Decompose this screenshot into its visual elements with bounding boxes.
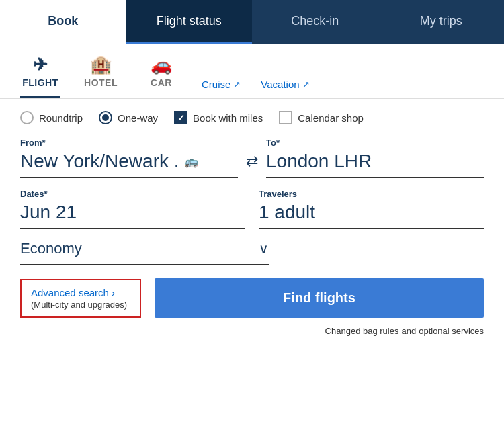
category-tab-hotel-label: HOTEL xyxy=(84,77,118,88)
category-tab-car[interactable]: 🚗 CAR xyxy=(141,56,181,98)
advanced-search-sublabel: (Multi-city and upgrades) xyxy=(31,300,130,310)
calendar-option[interactable]: Calendar shop xyxy=(279,111,364,124)
bottom-row: Advanced search › (Multi-city and upgrad… xyxy=(0,265,504,318)
to-input[interactable]: London LHR xyxy=(266,151,484,178)
roundtrip-label: Roundtrip xyxy=(39,112,83,124)
footer-links: Changed bag rules and optional services xyxy=(0,318,504,343)
travelers-group: Travelers 1 adult xyxy=(259,189,484,229)
advanced-search-box[interactable]: Advanced search › (Multi-city and upgrad… xyxy=(20,279,141,318)
dates-group: Dates* Jun 21 xyxy=(20,189,245,229)
from-input[interactable]: New York/Newark .🚌 xyxy=(20,151,238,178)
nav-tab-flight-status[interactable]: Flight status xyxy=(126,0,253,44)
from-field-group: From* New York/Newark .🚌 xyxy=(20,138,238,178)
to-value: London LHR xyxy=(266,151,372,172)
optional-services-link[interactable]: optional services xyxy=(419,326,484,336)
advanced-search-label: Advanced search xyxy=(31,287,109,298)
checkmark-icon: ✓ xyxy=(177,113,185,123)
from-label: From* xyxy=(20,138,238,148)
nav-tab-check-in[interactable]: Check-in xyxy=(252,0,378,44)
from-value: New York/Newark . xyxy=(20,151,179,172)
category-tab-vacation[interactable]: Vacation ↗ xyxy=(261,79,309,98)
calendar-checkbox[interactable] xyxy=(279,111,292,124)
swap-button[interactable]: ⇄ xyxy=(238,153,266,178)
cabin-select[interactable]: Economy ∨ xyxy=(20,240,269,265)
to-label: To* xyxy=(266,138,484,148)
dates-travelers: Dates* Jun 21 Travelers 1 adult xyxy=(0,178,504,229)
nav-tab-my-trips[interactable]: My trips xyxy=(378,0,505,44)
miles-label: Book with miles xyxy=(193,112,263,124)
car-icon: 🚗 xyxy=(151,56,173,73)
cruise-label: Cruise xyxy=(202,79,230,90)
dates-input[interactable]: Jun 21 xyxy=(20,202,245,229)
chevron-right-icon: › xyxy=(112,287,115,298)
travelers-input[interactable]: 1 adult xyxy=(259,202,484,229)
multi-transport-icon: 🚌 xyxy=(185,155,198,168)
category-tab-hotel[interactable]: 🏨 HOTEL xyxy=(81,56,121,98)
dates-label: Dates* xyxy=(20,189,245,199)
chevron-down-icon: ∨ xyxy=(259,241,269,257)
cabin-section: Economy ∨ xyxy=(0,229,504,265)
hotel-icon: 🏨 xyxy=(90,56,112,73)
category-tab-flight-label: FLIGHT xyxy=(22,77,58,88)
flight-icon: ✈ xyxy=(33,56,48,73)
cruise-external-icon: ↗ xyxy=(233,79,241,89)
to-field-group: To* London LHR xyxy=(266,138,484,178)
roundtrip-radio[interactable] xyxy=(20,111,34,124)
advanced-search-link[interactable]: Advanced search › xyxy=(31,287,130,298)
miles-option[interactable]: ✓ Book with miles xyxy=(174,111,263,124)
nav-tab-book[interactable]: Book xyxy=(0,0,126,44)
oneway-option[interactable]: One-way xyxy=(99,111,158,124)
changed-bag-rules-link[interactable]: Changed bag rules xyxy=(325,326,399,336)
vacation-label: Vacation xyxy=(261,79,299,90)
oneway-radio[interactable] xyxy=(99,111,112,124)
category-tab-flight[interactable]: ✈ FLIGHT xyxy=(20,56,60,98)
footer-and-text: and xyxy=(401,326,416,336)
travelers-label: Travelers xyxy=(259,189,484,199)
roundtrip-option[interactable]: Roundtrip xyxy=(20,111,83,124)
cabin-value: Economy xyxy=(20,240,82,257)
vacation-external-icon: ↗ xyxy=(302,79,310,89)
category-tabs: ✈ FLIGHT 🏨 HOTEL 🚗 CAR Cruise ↗ Vacation… xyxy=(0,44,504,99)
category-tab-car-label: CAR xyxy=(151,77,172,88)
calendar-label: Calendar shop xyxy=(298,112,364,124)
oneway-label: One-way xyxy=(118,112,158,124)
category-tab-cruise[interactable]: Cruise ↗ xyxy=(202,79,241,98)
trip-options: Roundtrip One-way ✓ Book with miles Cale… xyxy=(0,99,504,131)
find-flights-button[interactable]: Find flights xyxy=(155,278,484,318)
from-to-section: From* New York/Newark .🚌 ⇄ To* London LH… xyxy=(0,131,504,178)
miles-checkbox[interactable]: ✓ xyxy=(174,111,187,124)
top-nav: Book Flight status Check-in My trips xyxy=(0,0,504,44)
